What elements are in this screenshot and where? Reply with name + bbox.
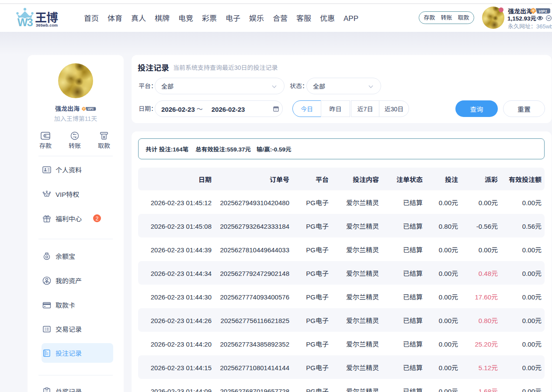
svg-text:VIP1: VIP1 <box>87 107 94 110</box>
svg-text:VIP1: VIP1 <box>538 9 547 14</box>
svg-text:W3: W3 <box>17 16 33 28</box>
